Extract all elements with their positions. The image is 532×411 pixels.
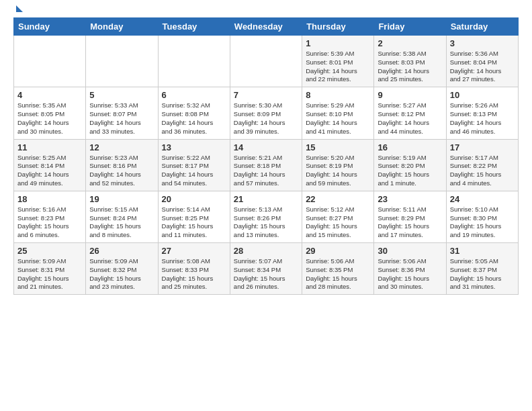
- day-number: 2: [378, 38, 442, 48]
- day-number: 10: [450, 90, 515, 100]
- day-number: 31: [450, 246, 515, 256]
- calendar-cell: [14, 36, 86, 87]
- day-number: 16: [378, 142, 442, 152]
- calendar-cell: 17Sunrise: 5:17 AM Sunset: 8:22 PM Dayli…: [446, 139, 518, 191]
- day-info: Sunrise: 5:33 AM Sunset: 8:07 PM Dayligh…: [89, 101, 154, 136]
- calendar-cell: 9Sunrise: 5:27 AM Sunset: 8:12 PM Daylig…: [374, 87, 446, 139]
- calendar-cell: 24Sunrise: 5:10 AM Sunset: 8:30 PM Dayli…: [446, 191, 518, 242]
- calendar-cell: 6Sunrise: 5:32 AM Sunset: 8:08 PM Daylig…: [158, 87, 230, 139]
- day-number: 1: [306, 38, 370, 48]
- day-info: Sunrise: 5:32 AM Sunset: 8:08 PM Dayligh…: [162, 101, 226, 136]
- day-number: 9: [378, 90, 442, 100]
- day-number: 24: [450, 194, 515, 204]
- day-number: 11: [17, 142, 82, 152]
- day-info: Sunrise: 5:16 AM Sunset: 8:23 PM Dayligh…: [17, 205, 82, 240]
- day-number: 7: [234, 90, 298, 100]
- calendar-cell: [86, 36, 158, 87]
- calendar-cell: 28Sunrise: 5:07 AM Sunset: 8:34 PM Dayli…: [230, 243, 302, 295]
- week-row-5: 25Sunrise: 5:09 AM Sunset: 8:31 PM Dayli…: [14, 243, 519, 295]
- day-number: 8: [306, 90, 370, 100]
- day-number: 6: [162, 90, 226, 100]
- day-number: 17: [450, 142, 515, 152]
- day-info: Sunrise: 5:12 AM Sunset: 8:27 PM Dayligh…: [306, 205, 370, 240]
- calendar-cell: 4Sunrise: 5:35 AM Sunset: 8:05 PM Daylig…: [14, 87, 86, 139]
- day-number: 27: [162, 246, 226, 256]
- logo: [13, 11, 23, 12]
- day-info: Sunrise: 5:23 AM Sunset: 8:16 PM Dayligh…: [89, 154, 154, 188]
- day-info: Sunrise: 5:29 AM Sunset: 8:10 PM Dayligh…: [306, 101, 370, 136]
- calendar-cell: 29Sunrise: 5:06 AM Sunset: 8:35 PM Dayli…: [302, 243, 374, 295]
- day-info: Sunrise: 5:05 AM Sunset: 8:37 PM Dayligh…: [450, 257, 515, 291]
- calendar-cell: 15Sunrise: 5:20 AM Sunset: 8:19 PM Dayli…: [302, 139, 374, 191]
- day-number: 28: [234, 246, 298, 256]
- day-info: Sunrise: 5:08 AM Sunset: 8:33 PM Dayligh…: [162, 257, 226, 291]
- weekday-wednesday: Wednesday: [230, 18, 302, 36]
- weekday-thursday: Thursday: [302, 18, 374, 36]
- weekday-monday: Monday: [86, 18, 158, 36]
- calendar-cell: 2Sunrise: 5:38 AM Sunset: 8:03 PM Daylig…: [374, 36, 446, 87]
- week-row-3: 11Sunrise: 5:25 AM Sunset: 8:14 PM Dayli…: [14, 139, 519, 191]
- day-info: Sunrise: 5:15 AM Sunset: 8:24 PM Dayligh…: [89, 205, 154, 240]
- day-number: 23: [378, 194, 442, 204]
- day-info: Sunrise: 5:20 AM Sunset: 8:19 PM Dayligh…: [306, 154, 370, 188]
- calendar-cell: [230, 36, 302, 87]
- day-info: Sunrise: 5:11 AM Sunset: 8:29 PM Dayligh…: [378, 205, 442, 240]
- day-number: 19: [89, 194, 154, 204]
- day-number: 22: [306, 194, 370, 204]
- day-info: Sunrise: 5:38 AM Sunset: 8:03 PM Dayligh…: [378, 50, 442, 84]
- calendar-cell: 13Sunrise: 5:22 AM Sunset: 8:17 PM Dayli…: [158, 139, 230, 191]
- weekday-tuesday: Tuesday: [158, 18, 230, 36]
- calendar-cell: 8Sunrise: 5:29 AM Sunset: 8:10 PM Daylig…: [302, 87, 374, 139]
- page: SundayMondayTuesdayWednesdayThursdayFrid…: [0, 0, 532, 306]
- calendar-cell: 25Sunrise: 5:09 AM Sunset: 8:31 PM Dayli…: [14, 243, 86, 295]
- weekday-sunday: Sunday: [14, 18, 86, 36]
- day-info: Sunrise: 5:09 AM Sunset: 8:32 PM Dayligh…: [89, 257, 154, 291]
- day-number: 13: [162, 142, 226, 152]
- day-number: 25: [17, 246, 82, 256]
- header: [13, 11, 519, 12]
- calendar-cell: 16Sunrise: 5:19 AM Sunset: 8:20 PM Dayli…: [374, 139, 446, 191]
- day-number: 18: [17, 194, 82, 204]
- calendar-cell: 14Sunrise: 5:21 AM Sunset: 8:18 PM Dayli…: [230, 139, 302, 191]
- day-info: Sunrise: 5:07 AM Sunset: 8:34 PM Dayligh…: [234, 257, 298, 291]
- weekday-saturday: Saturday: [446, 18, 518, 36]
- day-info: Sunrise: 5:21 AM Sunset: 8:18 PM Dayligh…: [234, 154, 298, 188]
- calendar-cell: 19Sunrise: 5:15 AM Sunset: 8:24 PM Dayli…: [86, 191, 158, 242]
- calendar-cell: 18Sunrise: 5:16 AM Sunset: 8:23 PM Dayli…: [14, 191, 86, 242]
- day-info: Sunrise: 5:27 AM Sunset: 8:12 PM Dayligh…: [378, 101, 442, 136]
- day-number: 26: [89, 246, 154, 256]
- calendar-cell: 10Sunrise: 5:26 AM Sunset: 8:13 PM Dayli…: [446, 87, 518, 139]
- day-number: 15: [306, 142, 370, 152]
- day-number: 30: [378, 246, 442, 256]
- day-number: 14: [234, 142, 298, 152]
- day-info: Sunrise: 5:35 AM Sunset: 8:05 PM Dayligh…: [17, 101, 82, 136]
- day-info: Sunrise: 5:22 AM Sunset: 8:17 PM Dayligh…: [162, 154, 226, 188]
- day-number: 12: [89, 142, 154, 152]
- day-number: 20: [162, 194, 226, 204]
- day-info: Sunrise: 5:25 AM Sunset: 8:14 PM Dayligh…: [17, 154, 82, 188]
- day-info: Sunrise: 5:06 AM Sunset: 8:36 PM Dayligh…: [378, 257, 442, 291]
- weekday-friday: Friday: [374, 18, 446, 36]
- day-info: Sunrise: 5:06 AM Sunset: 8:35 PM Dayligh…: [306, 257, 370, 291]
- day-info: Sunrise: 5:17 AM Sunset: 8:22 PM Dayligh…: [450, 154, 515, 188]
- calendar-cell: 21Sunrise: 5:13 AM Sunset: 8:26 PM Dayli…: [230, 191, 302, 242]
- day-info: Sunrise: 5:26 AM Sunset: 8:13 PM Dayligh…: [450, 101, 515, 136]
- day-info: Sunrise: 5:10 AM Sunset: 8:30 PM Dayligh…: [450, 205, 515, 240]
- calendar-cell: 22Sunrise: 5:12 AM Sunset: 8:27 PM Dayli…: [302, 191, 374, 242]
- calendar-cell: 5Sunrise: 5:33 AM Sunset: 8:07 PM Daylig…: [86, 87, 158, 139]
- week-row-4: 18Sunrise: 5:16 AM Sunset: 8:23 PM Dayli…: [14, 191, 519, 242]
- calendar-cell: 23Sunrise: 5:11 AM Sunset: 8:29 PM Dayli…: [374, 191, 446, 242]
- day-info: Sunrise: 5:14 AM Sunset: 8:25 PM Dayligh…: [162, 205, 226, 240]
- day-info: Sunrise: 5:09 AM Sunset: 8:31 PM Dayligh…: [17, 257, 82, 291]
- logo-triangle-icon: [16, 5, 23, 12]
- calendar-table: SundayMondayTuesdayWednesdayThursdayFrid…: [13, 17, 519, 295]
- calendar-cell: 20Sunrise: 5:14 AM Sunset: 8:25 PM Dayli…: [158, 191, 230, 242]
- day-number: 4: [17, 90, 82, 100]
- day-info: Sunrise: 5:30 AM Sunset: 8:09 PM Dayligh…: [234, 101, 298, 136]
- calendar-cell: [158, 36, 230, 87]
- calendar-cell: 7Sunrise: 5:30 AM Sunset: 8:09 PM Daylig…: [230, 87, 302, 139]
- day-info: Sunrise: 5:19 AM Sunset: 8:20 PM Dayligh…: [378, 154, 442, 188]
- calendar-cell: 27Sunrise: 5:08 AM Sunset: 8:33 PM Dayli…: [158, 243, 230, 295]
- calendar-cell: 11Sunrise: 5:25 AM Sunset: 8:14 PM Dayli…: [14, 139, 86, 191]
- day-number: 21: [234, 194, 298, 204]
